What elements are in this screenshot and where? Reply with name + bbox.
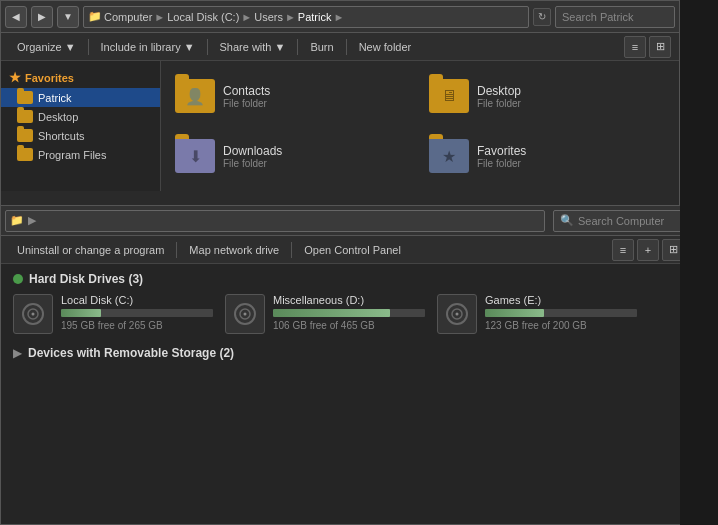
drive-bar-container-e [485,309,637,317]
bottom-view-list-button[interactable]: ≡ [612,239,634,261]
back-button[interactable]: ◀ [5,6,27,28]
file-item-downloads[interactable]: ⬇ Downloads File folder [169,129,417,183]
download-icon: ⬇ [189,147,202,166]
file-info-favorites: Favorites File folder [477,144,526,169]
hard-disk-title: Hard Disk Drives (3) [29,272,143,286]
folder-icon-desktop-item: 🖥 [429,79,469,113]
drive-name-d: Miscellaneous (D:) [273,294,425,306]
bottom-search-text: Search Computer [578,215,664,227]
path-computer[interactable]: Computer [104,11,152,23]
sidebar-item-program-files[interactable]: Program Files [1,145,160,164]
bottom-search-icon: 🔍 [560,214,574,227]
organize-dropdown-icon: ▼ [65,41,76,53]
devices-title: Devices with Removable Storage (2) [28,346,234,360]
drive-bar-fill-d [273,309,390,317]
drive-icon-e [437,294,477,334]
drive-info-c: Local Disk (C:) 195 GB free of 265 GB [61,294,213,331]
toolbar-separator-4 [346,39,347,55]
burn-button[interactable]: Burn [302,36,341,58]
sep4: ► [333,11,344,23]
bottom-path: ▶ [28,214,36,227]
folder-icon-patrick [17,91,33,104]
drive-icon-c [13,294,53,334]
share-dropdown-icon: ▼ [275,41,286,53]
drive-svg-c [19,300,47,328]
content-area: ★ Favorites Patrick Desktop Shortcuts [1,61,679,191]
dropdown-button[interactable]: ▼ [57,6,79,28]
top-toolbar: Organize ▼ Include in library ▼ Share wi… [1,33,679,61]
path-patrick[interactable]: Patrick [298,11,332,23]
bottom-address-bar: 📁 ▶ 🔍 Search Computer [1,206,717,236]
favorites-header: ★ Favorites [1,67,160,88]
hard-disk-section-header: Hard Disk Drives (3) [13,272,705,286]
drive-bar-container-d [273,309,425,317]
file-item-favorites[interactable]: ★ Favorites File folder [423,129,671,183]
organize-button[interactable]: Organize ▼ [9,36,84,58]
toolbar-separator-1 [88,39,89,55]
drive-free-e: 123 GB free of 200 GB [485,320,637,331]
drive-svg-e [443,300,471,328]
drive-bar-fill-c [61,309,101,317]
include-library-button[interactable]: Include in library ▼ [93,36,203,58]
file-item-desktop[interactable]: 🖥 Desktop File folder [423,69,671,123]
toolbar-separator-2 [207,39,208,55]
drive-info-d: Miscellaneous (D:) 106 GB free of 465 GB [273,294,425,331]
devices-section-header: ▶ Devices with Removable Storage (2) [13,346,705,360]
drive-item-c[interactable]: Local Disk (C:) 195 GB free of 265 GB [13,294,213,334]
drive-item-d[interactable]: Miscellaneous (D:) 106 GB free of 465 GB [225,294,425,334]
file-item-contacts[interactable]: 👤 Contacts File folder [169,69,417,123]
view-options-button[interactable]: ⊞ [649,36,671,58]
drive-bar-container-c [61,309,213,317]
view-icons: ≡ ⊞ [624,36,671,58]
bottom-sep-1 [176,242,177,258]
include-dropdown-icon: ▼ [184,41,195,53]
refresh-button[interactable]: ↻ [533,8,551,26]
path-segments: 📁 Computer ► Local Disk (C:) ► Users ► P… [88,10,344,23]
drive-item-e[interactable]: Games (E:) 123 GB free of 200 GB [437,294,637,334]
bottom-address-input[interactable]: 📁 ▶ [5,210,545,232]
uninstall-button[interactable]: Uninstall or change a program [9,239,172,261]
search-text: Search Patrick [562,11,634,23]
folder-icon-favorites: ★ [429,139,469,173]
drives-grid: Local Disk (C:) 195 GB free of 265 GB [13,294,705,334]
share-with-button[interactable]: Share with ▼ [212,36,294,58]
drive-name-c: Local Disk (C:) [61,294,213,306]
folder-icon-contacts: 👤 [175,79,215,113]
star-folder-icon: ★ [442,147,456,166]
search-box[interactable]: Search Patrick [555,6,675,28]
files-grid: 👤 Contacts File folder 🖥 Desktop File fo… [161,61,679,191]
forward-button[interactable]: ▶ [31,6,53,28]
view-details-button[interactable]: ≡ [624,36,646,58]
svg-point-5 [244,313,247,316]
favorites-section: ★ Favorites Patrick Desktop Shortcuts [1,67,160,164]
folder-icon-programfiles [17,148,33,161]
new-folder-button[interactable]: New folder [351,36,420,58]
map-network-button[interactable]: Map network drive [181,239,287,261]
path-localdisk[interactable]: Local Disk (C:) [167,11,239,23]
bottom-address-icon: 📁 [10,214,24,227]
bottom-toolbar: Uninstall or change a program Map networ… [1,236,717,264]
sidebar-item-desktop[interactable]: Desktop [1,107,160,126]
file-info-contacts: Contacts File folder [223,84,270,109]
drive-svg-d [231,300,259,328]
path-users[interactable]: Users [254,11,283,23]
person-icon: 👤 [185,87,205,106]
bottom-view-add-button[interactable]: + [637,239,659,261]
top-file-explorer-window: ◀ ▶ ▼ 📁 Computer ► Local Disk (C:) ► Use… [0,0,680,210]
address-input[interactable]: 📁 Computer ► Local Disk (C:) ► Users ► P… [83,6,529,28]
section-dot [13,274,23,284]
star-icon: ★ [9,70,21,85]
open-control-panel-button[interactable]: Open Control Panel [296,239,409,261]
path-icon: 📁 [88,10,102,23]
svg-point-8 [456,313,459,316]
sidebar-item-shortcuts[interactable]: Shortcuts [1,126,160,145]
bottom-computer-window: 📁 ▶ 🔍 Search Computer Uninstall or chang… [0,205,718,525]
sidebar: ★ Favorites Patrick Desktop Shortcuts [1,61,161,191]
drive-icon-d [225,294,265,334]
sep2: ► [241,11,252,23]
drive-name-e: Games (E:) [485,294,637,306]
address-bar: ◀ ▶ ▼ 📁 Computer ► Local Disk (C:) ► Use… [1,1,679,33]
drive-free-c: 195 GB free of 265 GB [61,320,213,331]
sidebar-item-patrick[interactable]: Patrick [1,88,160,107]
right-panel [680,205,718,525]
